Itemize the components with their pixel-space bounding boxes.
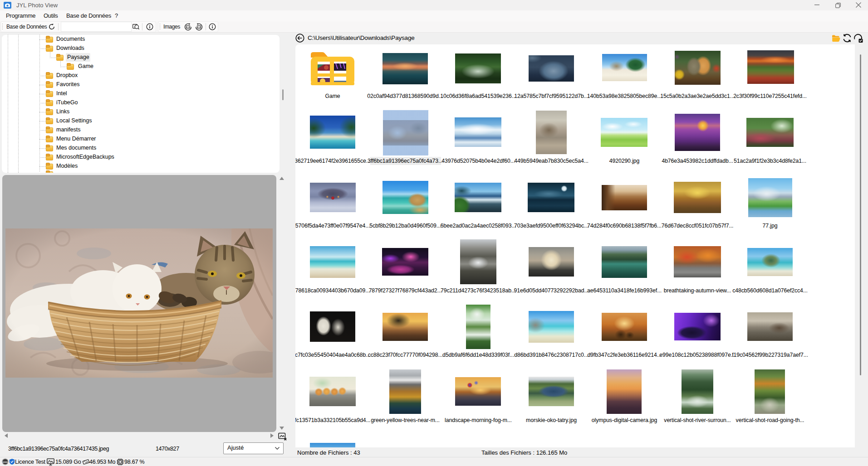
svg-text:www: www xyxy=(2,461,8,463)
